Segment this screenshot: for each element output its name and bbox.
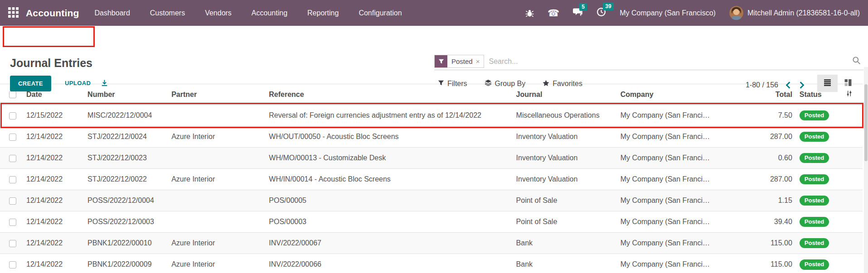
table-row[interactable]: 12/14/2022 STJ/2022/12/0023 WH/MO/00013 …	[0, 148, 863, 169]
grid-icon	[8, 7, 19, 19]
group-by-button[interactable]: Group By	[485, 79, 526, 88]
column-header-partner[interactable]: Partner	[168, 84, 265, 105]
cell-number: POSS/2022/12/0004	[84, 190, 168, 211]
cell-date: 12/14/2022	[23, 169, 84, 190]
filters-button[interactable]: Filters	[438, 79, 467, 88]
cell-total: 0.60	[717, 148, 796, 169]
cell-date: 12/14/2022	[23, 211, 84, 233]
phone-icon[interactable]: ☎	[548, 8, 559, 18]
cell-reference: POS/00005	[265, 190, 512, 211]
activities-menu[interactable]: 39	[596, 7, 606, 19]
user-menu[interactable]: Mitchell Admin (21836581-16-0-all)	[729, 6, 860, 20]
cell-total: 287.00	[717, 169, 796, 190]
create-button[interactable]: CREATE	[10, 76, 51, 91]
table-row[interactable]: 12/14/2022 POSS/2022/12/0003 POS/00003 P…	[0, 211, 863, 233]
cell-reference: Reversal of: Foreign currencies adjustme…	[265, 105, 512, 126]
nav-menu-item-configuration[interactable]: Configuration	[359, 9, 402, 17]
row-checkbox[interactable]	[9, 112, 16, 120]
cell-company: My Company (San Francisco)	[617, 169, 717, 190]
row-checkbox[interactable]	[9, 155, 16, 162]
cell-journal: Point of Sale	[513, 211, 617, 233]
upload-button[interactable]: UPLOAD	[60, 76, 95, 91]
status-badge: Posted	[800, 196, 829, 206]
download-icon[interactable]	[99, 77, 110, 90]
cell-partner: Azure Interior	[168, 254, 265, 273]
column-header-company[interactable]: Company	[617, 84, 717, 105]
cell-status: Posted	[796, 211, 834, 233]
search-input[interactable]	[489, 57, 852, 66]
cell-total: 115.00	[717, 254, 796, 273]
cell-reference: WH/IN/00014 - Acoustic Bloc Screens	[265, 169, 512, 190]
row-checkbox[interactable]	[9, 134, 16, 141]
page-title: Journal Entries	[10, 57, 92, 70]
apps-menu-button[interactable]	[6, 5, 20, 21]
cell-total: 7.50	[717, 105, 796, 126]
cell-date: 12/14/2022	[23, 233, 84, 254]
vertical-scrollbar[interactable]	[864, 67, 868, 273]
nav-menu-item-customers[interactable]: Customers	[150, 9, 185, 17]
search-bar[interactable]: Posted ×	[434, 53, 863, 70]
row-checkbox[interactable]	[9, 219, 16, 226]
table-row[interactable]: 12/14/2022 STJ/2022/12/0022 Azure Interi…	[0, 169, 863, 190]
cell-reference: INV/2022/00067	[265, 233, 512, 254]
table-row[interactable]: 12/15/2022 MISC/2022/12/0004 Reversal of…	[0, 105, 863, 126]
funnel-icon	[435, 55, 447, 67]
nav-menu-item-dashboard[interactable]: Dashboard	[95, 9, 130, 17]
messages-menu[interactable]: 5	[573, 8, 583, 19]
table-row[interactable]: 12/14/2022 PBNK1/2022/00009 Azure Interi…	[0, 254, 863, 273]
cell-date: 12/14/2022	[23, 190, 84, 211]
nav-menu: Dashboard Customers Vendors Accounting R…	[95, 9, 402, 17]
cell-reference: WH/OUT/00050 - Acoustic Bloc Screens	[265, 126, 512, 148]
select-all-checkbox[interactable]	[9, 91, 16, 98]
table-row[interactable]: 12/14/2022 STJ/2022/12/0024 Azure Interi…	[0, 126, 863, 148]
cell-number: STJ/2022/12/0022	[84, 169, 168, 190]
top-navbar: Accounting Dashboard Customers Vendors A…	[0, 0, 868, 26]
kanban-icon	[844, 79, 852, 88]
cell-journal: Inventory Valuation	[513, 169, 617, 190]
kanban-view-button[interactable]	[838, 75, 858, 92]
search-facet-posted[interactable]: Posted ×	[434, 55, 484, 68]
facet-remove-button[interactable]: ×	[476, 57, 484, 65]
cell-number: STJ/2022/12/0023	[84, 148, 168, 169]
column-header-number[interactable]: Number	[84, 84, 168, 105]
row-checkbox[interactable]	[9, 197, 16, 205]
cell-journal: Inventory Valuation	[513, 126, 617, 148]
pager-range: 1-80 / 156	[746, 81, 778, 89]
view-switcher	[817, 75, 858, 92]
nav-menu-item-vendors[interactable]: Vendors	[205, 9, 232, 17]
favorites-button[interactable]: Favorites	[543, 79, 582, 88]
cell-partner: Azure Interior	[168, 126, 265, 148]
cell-reference: INV/2022/00066	[265, 254, 512, 273]
scrollbar-thumb[interactable]	[864, 84, 868, 161]
cell-company: My Company (San Francisco)	[617, 126, 717, 148]
user-avatar	[729, 6, 743, 20]
cell-partner	[168, 211, 265, 233]
row-checkbox[interactable]	[9, 240, 16, 247]
nav-menu-item-reporting[interactable]: Reporting	[307, 9, 339, 17]
company-switcher[interactable]: My Company (San Francisco)	[620, 9, 716, 17]
status-badge: Posted	[800, 217, 829, 227]
status-badge: Posted	[800, 110, 829, 121]
row-checkbox[interactable]	[9, 261, 16, 268]
cell-number: POSS/2022/12/0003	[84, 211, 168, 233]
cell-number: STJ/2022/12/0024	[84, 126, 168, 148]
chevron-right-icon[interactable]	[798, 80, 805, 90]
search-icon[interactable]	[852, 56, 863, 67]
nav-menu-item-accounting[interactable]: Accounting	[252, 9, 287, 17]
table-row[interactable]: 12/14/2022 PBNK1/2022/00010 Azure Interi…	[0, 233, 863, 254]
facet-label: Posted	[447, 57, 476, 65]
table-row[interactable]: 12/14/2022 POSS/2022/12/0004 POS/00005 P…	[0, 190, 863, 211]
list-view-button[interactable]	[817, 75, 838, 92]
debug-bug-icon[interactable]	[525, 9, 534, 17]
cell-status: Posted	[796, 126, 834, 148]
journal-entries-table: Date Number Partner Reference Journal Co…	[0, 84, 863, 273]
app-name[interactable]: Accounting	[26, 8, 79, 19]
cell-partner	[168, 148, 265, 169]
chevron-left-icon[interactable]	[785, 80, 792, 90]
activities-badge: 39	[603, 3, 613, 10]
cell-company: My Company (San Francisco)	[617, 190, 717, 211]
row-checkbox[interactable]	[9, 176, 16, 183]
cell-date: 12/14/2022	[23, 254, 84, 273]
messages-badge: 5	[579, 3, 587, 11]
cell-journal: Inventory Valuation	[513, 148, 617, 169]
